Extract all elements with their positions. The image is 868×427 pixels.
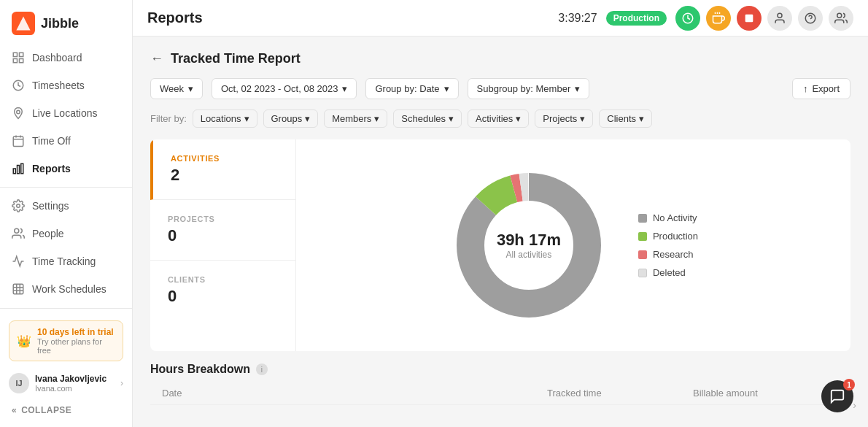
sidebar-item-dashboard[interactable]: Dashboard bbox=[0, 44, 132, 72]
svg-rect-5 bbox=[20, 59, 23, 63]
bar-chart-icon bbox=[12, 162, 25, 175]
sidebar-item-time-off[interactable]: Time Off bbox=[0, 127, 132, 155]
help-icon bbox=[804, 12, 817, 25]
coffee-icon bbox=[712, 12, 725, 25]
sidebar-item-label: Dashboard bbox=[32, 52, 82, 64]
svg-point-7 bbox=[17, 110, 20, 114]
collapse-button[interactable]: « COLLAPSE bbox=[0, 399, 132, 421]
settings-icon bbox=[12, 199, 25, 212]
admin-button[interactable] bbox=[829, 6, 853, 31]
trial-banner[interactable]: 👑 10 days left in trial Try other plans … bbox=[9, 320, 123, 361]
collapse-chevron-icon: « bbox=[12, 405, 17, 415]
svg-rect-13 bbox=[18, 166, 20, 174]
filter-projects[interactable]: Projects ▾ bbox=[535, 109, 593, 128]
legend-dot-production bbox=[638, 232, 647, 241]
filter-clients[interactable]: Clients ▾ bbox=[599, 109, 652, 128]
week-selector[interactable]: Week ▾ bbox=[150, 78, 203, 99]
filter-schedules[interactable]: Schedules ▾ bbox=[393, 109, 462, 128]
sidebar-item-reports[interactable]: Reports bbox=[0, 155, 132, 182]
trial-sub-text: Try other plans for free bbox=[37, 337, 115, 355]
sidebar-item-label: Reports bbox=[32, 163, 71, 174]
projects-value: 0 bbox=[168, 226, 278, 245]
projects-stat: PROJECTS 0 bbox=[150, 200, 295, 261]
svg-rect-8 bbox=[13, 136, 23, 147]
sidebar-item-settings[interactable]: Settings bbox=[0, 192, 132, 220]
back-button[interactable]: ← bbox=[150, 51, 163, 66]
collapse-label: COLLAPSE bbox=[21, 405, 71, 415]
group-by-selector[interactable]: Group by: Date ▾ bbox=[365, 78, 458, 99]
legend-item-production: Production bbox=[638, 231, 698, 242]
chat-button[interactable]: 1 › bbox=[821, 380, 853, 412]
svg-point-28 bbox=[778, 13, 782, 18]
date-range-selector[interactable]: Oct, 02 2023 - Oct, 08 2023 ▾ bbox=[212, 78, 357, 99]
activities-value: 2 bbox=[171, 166, 278, 185]
main-content: Reports 3:39:27 Production bbox=[133, 0, 868, 427]
breakdown-header: Hours Breakdown i bbox=[150, 363, 850, 376]
sidebar-item-label: People bbox=[32, 228, 64, 239]
profile-button[interactable] bbox=[767, 6, 792, 31]
svg-point-15 bbox=[17, 204, 20, 208]
user-info: Ivana Jakovljevic Ivana.com bbox=[35, 374, 115, 393]
chat-icon bbox=[829, 388, 845, 404]
user-row[interactable]: IJ Ivana Jakovljevic Ivana.com › bbox=[0, 367, 132, 399]
svg-rect-12 bbox=[13, 169, 15, 174]
sidebar-item-time-off-holidays[interactable]: Time Off & Holidays bbox=[0, 303, 132, 308]
activities-label: ACTIVITIES bbox=[171, 154, 278, 163]
chevron-down-icon: ▾ bbox=[342, 83, 347, 94]
clients-value: 0 bbox=[168, 287, 278, 306]
break-button[interactable] bbox=[706, 6, 731, 31]
charts-section: ACTIVITIES 2 PROJECTS 0 CLIENTS 0 bbox=[150, 139, 850, 351]
user-email: Ivana.com bbox=[35, 384, 115, 393]
sidebar-item-label: Timesheets bbox=[32, 80, 85, 91]
page-title: Tracked Time Report bbox=[171, 51, 301, 66]
table-header: Date Tracked time Billable amount bbox=[150, 382, 850, 405]
legend-dot-no-activity bbox=[638, 214, 647, 223]
svg-rect-2 bbox=[13, 53, 17, 56]
legend-item-research: Research bbox=[638, 249, 698, 260]
filter-locations[interactable]: Locations ▾ bbox=[193, 109, 257, 128]
filter-groups[interactable]: Groups ▾ bbox=[263, 109, 319, 128]
chevron-down-icon: ▾ bbox=[639, 113, 644, 124]
filter-members[interactable]: Members ▾ bbox=[324, 109, 387, 128]
production-badge: Production bbox=[606, 11, 667, 26]
donut-panel: 39h 17m All activities No Activity Produ… bbox=[296, 139, 850, 351]
sidebar-item-time-tracking[interactable]: Time Tracking bbox=[0, 247, 132, 275]
svg-rect-4 bbox=[13, 59, 17, 63]
col-tracked-time: Tracked time bbox=[547, 388, 693, 399]
logo[interactable]: Jibble bbox=[0, 0, 132, 44]
sidebar-item-work-schedules[interactable]: Work Schedules bbox=[0, 275, 132, 303]
nav-divider bbox=[0, 187, 132, 188]
chevron-down-icon: ▾ bbox=[449, 113, 454, 124]
clock-icon bbox=[12, 79, 25, 92]
sidebar-item-live-locations[interactable]: Live Locations bbox=[0, 99, 132, 127]
chevron-down-icon: ▾ bbox=[244, 113, 249, 124]
help-button[interactable] bbox=[798, 6, 823, 31]
sidebar-item-label: Time Off bbox=[32, 135, 71, 147]
avatar: IJ bbox=[9, 373, 29, 393]
chevron-down-icon: ▾ bbox=[305, 113, 310, 124]
chevron-down-icon: ▾ bbox=[374, 113, 379, 124]
logo-text: Jibble bbox=[41, 16, 79, 31]
donut-center-value: 39h 17m bbox=[497, 231, 561, 250]
sidebar-nav: Dashboard Timesheets Live Locations Time… bbox=[0, 44, 132, 308]
sidebar-bottom: 👑 10 days left in trial Try other plans … bbox=[0, 308, 132, 427]
sidebar: Jibble Dashboard Timesheets Live Locatio… bbox=[0, 0, 133, 427]
svg-point-16 bbox=[15, 228, 19, 233]
filter-activities[interactable]: Activities ▾ bbox=[468, 109, 529, 128]
subgroup-by-selector[interactable]: Subgroup by: Member ▾ bbox=[468, 78, 590, 99]
sidebar-item-timesheets[interactable]: Timesheets bbox=[0, 72, 132, 99]
jibble-logo-icon bbox=[12, 12, 35, 35]
tracking-icon bbox=[12, 255, 25, 268]
schedules-icon bbox=[12, 282, 25, 296]
upload-icon: ↑ bbox=[803, 83, 808, 94]
stop-button[interactable] bbox=[737, 6, 762, 31]
filter-row: Filter by: Locations ▾ Groups ▾ Members … bbox=[150, 109, 850, 128]
sidebar-item-people[interactable]: People bbox=[0, 220, 132, 247]
location-icon bbox=[12, 107, 25, 120]
header-icons bbox=[675, 6, 853, 31]
people-icon bbox=[12, 227, 25, 240]
info-icon[interactable]: i bbox=[256, 363, 268, 375]
clock-in-button[interactable] bbox=[675, 6, 700, 31]
export-button[interactable]: ↑ Export bbox=[792, 78, 850, 99]
clients-stat: CLIENTS 0 bbox=[150, 261, 295, 320]
